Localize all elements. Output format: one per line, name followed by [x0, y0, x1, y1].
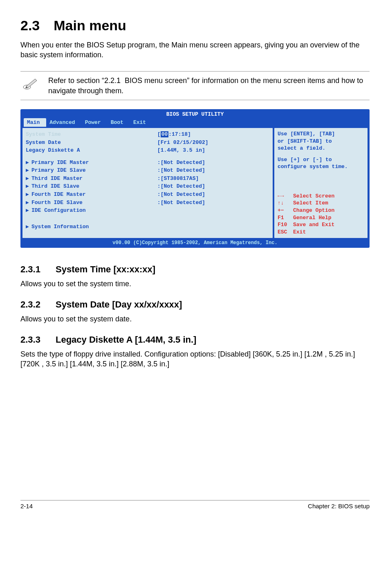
key-esc: ESC [278, 229, 293, 236]
section-number: 2.3.2 [20, 298, 56, 311]
bios-header: BIOS SETUP UTILITY [21, 110, 369, 118]
key-arrows-ud-icon: ↑↓ [278, 200, 293, 207]
help-line: Use [ENTER], [TAB] [278, 130, 364, 138]
tab-exit[interactable]: Exit [130, 118, 152, 127]
section-title: System Date [Day xx/xx/xxxx] [56, 298, 182, 311]
help-line: Use [+] or [-] to [278, 156, 364, 164]
help-line: configure system time. [278, 163, 364, 171]
key-arrows-lr-icon: ←→ [278, 193, 293, 200]
caret-icon: ▶ [26, 167, 31, 174]
help-line: select a field. [278, 145, 364, 152]
page-title: 2.3 Main menu [20, 16, 370, 35]
note-box: Refer to section “2.2.1 BIOS menu screen… [20, 71, 370, 100]
item-third-ide-master[interactable]: Third IDE Master [31, 175, 83, 182]
bios-tabs: Main Advanced Power Boot Exit [21, 118, 369, 128]
section-title: Legacy Diskette A [1.44M, 3.5 in.] [56, 334, 196, 346]
item-fourth-ide-slave[interactable]: Fourth IDE Slave [31, 199, 83, 206]
section-body: Allows you to set the system date. [20, 314, 370, 324]
bios-screenshot: BIOS SETUP UTILITY Main Advanced Power B… [20, 109, 370, 248]
tab-main[interactable]: Main [24, 118, 46, 127]
field-system-time-label: System Time [26, 131, 157, 138]
section-body: Sets the type of floppy drive installed.… [20, 349, 370, 369]
item-primary-ide-slave[interactable]: Primary IDE Slave [31, 167, 86, 174]
page-footer: 2-14 Chapter 2: BIOS setup [20, 500, 370, 510]
caret-icon: ▶ [26, 207, 31, 214]
section-body: Allows you to set the system time. [20, 279, 370, 289]
key-select-item: Select Item [293, 200, 328, 207]
help-line: or [SHIFT-TAB] to [278, 138, 364, 145]
tab-advanced[interactable]: Advanced [46, 118, 81, 127]
section-heading: 2.3.3 Legacy Diskette A [1.44M, 3.5 in.] [20, 334, 370, 346]
item-fourth-ide-master[interactable]: Fourth IDE Master [31, 191, 86, 198]
caret-icon: ▶ [26, 199, 31, 206]
section-heading: 2.3.2 System Date [Day xx/xx/xxxx] [20, 298, 370, 311]
value-primary-ide-master: :[Not Detected] [157, 159, 269, 166]
key-f1: F1 [278, 214, 293, 222]
field-legacy-diskette-label: Legacy Diskette A [26, 147, 157, 154]
value-third-ide-slave: :[Not Detected] [157, 183, 269, 190]
key-change-option: Change Option [293, 207, 334, 214]
key-plus-minus-icon: +− [278, 207, 293, 214]
caret-icon: ▶ [26, 223, 31, 231]
page-number: 2-14 [20, 502, 33, 510]
value-primary-ide-slave: :[Not Detected] [157, 167, 269, 174]
item-system-information[interactable]: System Information [31, 223, 89, 231]
chapter-label: Chapter 2: BIOS setup [308, 502, 370, 510]
section-heading: 2.3.1 System Time [xx:xx:xx] [20, 263, 370, 276]
intro-text: When you enter the BIOS Setup program, t… [20, 40, 370, 60]
tab-power[interactable]: Power [82, 118, 108, 127]
tab-boot[interactable]: Boot [108, 118, 130, 127]
key-exit: Exit [293, 229, 306, 236]
section-number: 2.3.1 [20, 263, 56, 276]
field-system-time-value[interactable]: [00:17:18] [157, 131, 269, 138]
item-third-ide-slave[interactable]: Third IDE Slave [31, 183, 79, 190]
key-select-screen: Select Screen [293, 193, 334, 200]
caret-icon: ▶ [26, 191, 31, 198]
caret-icon: ▶ [26, 183, 31, 190]
note-text: Refer to section “2.2.1 BIOS menu screen… [45, 76, 370, 96]
pencil-icon [20, 76, 45, 92]
section-title: System Time [xx:xx:xx] [56, 263, 155, 276]
field-system-date-label: System Date [26, 139, 157, 146]
bios-main-panel: System Time [00:17:18] System Date [Fri … [22, 128, 273, 238]
svg-marker-1 [26, 79, 37, 88]
key-general-help: General Help [293, 214, 332, 222]
item-primary-ide-master[interactable]: Primary IDE Master [31, 159, 89, 166]
bios-help-panel: Use [ENTER], [TAB] or [SHIFT-TAB] to sel… [274, 128, 368, 238]
value-fourth-ide-slave: :[Not Detected] [157, 199, 269, 206]
bios-key-legend: ←→Select Screen ↑↓Select Item +−Change O… [278, 193, 364, 236]
bios-copyright: v00.00 (C)Copyright 1985-2002, American … [21, 239, 369, 247]
field-system-date-value[interactable]: [Fri 02/15/2002] [157, 139, 269, 146]
field-legacy-diskette-value[interactable]: [1.44M, 3.5 in] [157, 147, 269, 154]
value-fourth-ide-master: :[Not Detected] [157, 191, 269, 198]
value-third-ide-master: :[ST380817AS] [157, 175, 269, 182]
key-f10: F10 [278, 221, 293, 229]
item-ide-configuration[interactable]: IDE Configuration [31, 207, 86, 214]
caret-icon: ▶ [26, 175, 31, 182]
section-number: 2.3.3 [20, 334, 56, 346]
key-save-exit: Save and Exit [293, 221, 334, 229]
caret-icon: ▶ [26, 159, 31, 166]
